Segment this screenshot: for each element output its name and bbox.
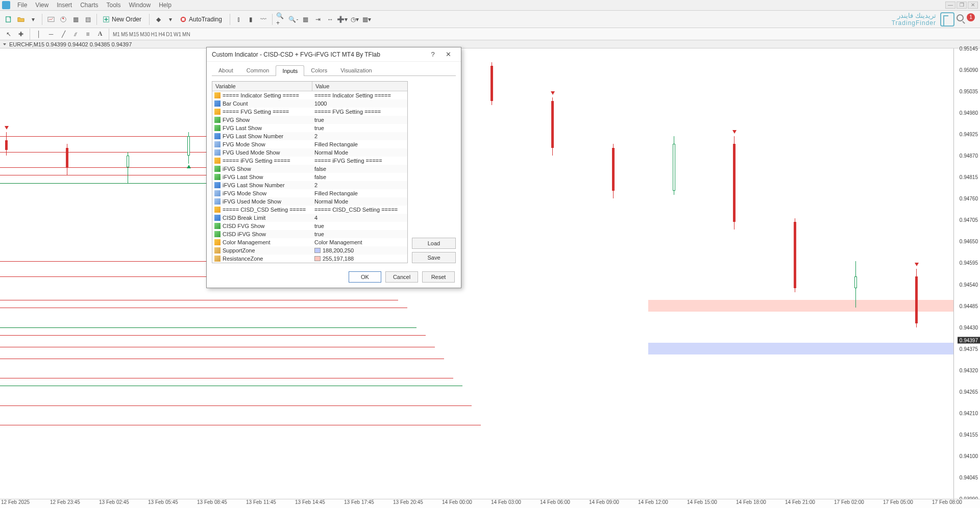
strategy-tester-icon[interactable]: ▤ xyxy=(82,14,93,25)
param-value[interactable]: false xyxy=(314,166,326,172)
market-watch-icon[interactable] xyxy=(45,14,57,25)
dialog-titlebar[interactable]: Custom Indicator - CISD-CSD + FVG-iFVG I… xyxy=(207,47,461,62)
param-value[interactable]: 2 xyxy=(314,133,317,139)
vertical-line-icon[interactable]: │ xyxy=(33,29,44,40)
autotrading-button[interactable]: AutoTrading xyxy=(177,13,227,26)
menu-file[interactable]: File xyxy=(13,1,31,10)
tab-colors[interactable]: Colors xyxy=(304,65,334,75)
metaquotes-icon[interactable]: ◆ xyxy=(153,14,164,25)
param-value[interactable]: ===== Indicator Setting ===== xyxy=(314,92,391,98)
menu-help[interactable]: Help xyxy=(155,1,176,10)
dialog-close-icon[interactable]: ✕ xyxy=(440,48,456,61)
param-value[interactable]: true xyxy=(314,223,324,229)
load-button[interactable]: Load xyxy=(412,238,456,249)
input-row[interactable]: FVG Mode ShowFilled Rectangale xyxy=(212,140,407,148)
candlestick-chart-icon[interactable]: ▮ xyxy=(246,14,257,25)
new-order-button[interactable]: New Order xyxy=(100,13,146,26)
bar-chart-icon[interactable]: ⫿ xyxy=(233,14,244,25)
expert-advisors-icon[interactable]: ▾ xyxy=(165,14,176,25)
param-value[interactable]: 1000 xyxy=(314,100,327,107)
cancel-button[interactable]: Cancel xyxy=(385,271,418,283)
timeframe-m15[interactable]: M15 xyxy=(129,31,139,38)
tab-common[interactable]: Common xyxy=(240,65,276,75)
timeframe-m5[interactable]: M5 xyxy=(120,31,129,38)
menu-charts[interactable]: Charts xyxy=(76,1,102,10)
profiles-icon[interactable]: ▾ xyxy=(28,14,39,25)
input-row[interactable]: iFVG Showfalse xyxy=(212,165,407,173)
trendline-icon[interactable]: ╱ xyxy=(58,29,69,40)
input-row[interactable]: SupportZone188,200,250 xyxy=(212,246,407,255)
terminal-icon[interactable]: ▦ xyxy=(70,14,81,25)
reset-button[interactable]: Reset xyxy=(422,271,455,283)
horizontal-line-icon[interactable]: ─ xyxy=(45,29,57,40)
window-close-button[interactable]: ✕ xyxy=(968,2,978,9)
zoom-in-icon[interactable]: 🔍+ xyxy=(276,14,287,25)
param-value[interactable]: ===== CISD_CSD Setting ===== xyxy=(314,207,398,213)
tab-about[interactable]: About xyxy=(212,65,240,75)
crosshair-icon[interactable]: ✚ xyxy=(15,29,27,40)
input-row[interactable]: FVG Showtrue xyxy=(212,116,407,124)
param-value[interactable]: 188,200,250 xyxy=(323,247,354,253)
param-value[interactable]: 2 xyxy=(314,182,317,188)
input-row[interactable]: ===== iFVG Setting ========== iFVG Setti… xyxy=(212,157,407,165)
periodicity-icon[interactable]: ◷▾ xyxy=(349,14,360,25)
auto-scroll-icon[interactable]: ⇥ xyxy=(312,14,324,25)
input-row[interactable]: FVG Last Showtrue xyxy=(212,124,407,132)
timeframe-d1[interactable]: D1 xyxy=(165,31,173,38)
line-chart-icon[interactable]: 〰 xyxy=(258,14,269,25)
chart-canvas[interactable] xyxy=(0,48,953,499)
fibonacci-icon[interactable]: ≡ xyxy=(82,29,93,40)
indicators-icon[interactable]: ➕▾ xyxy=(337,14,348,25)
param-value[interactable]: true xyxy=(314,231,324,237)
input-row[interactable]: Bar Count1000 xyxy=(212,99,407,108)
menu-tools[interactable]: Tools xyxy=(103,1,125,10)
timeframe-h4[interactable]: H4 xyxy=(158,31,166,38)
input-row[interactable]: iFVG Mode ShowFilled Rectangale xyxy=(212,189,407,197)
timeframe-mn[interactable]: MN xyxy=(182,31,191,38)
chart-shift-icon[interactable]: ↔ xyxy=(325,14,336,25)
menu-window[interactable]: Window xyxy=(125,1,155,10)
param-value[interactable]: ===== FVG Setting ===== xyxy=(314,109,381,115)
param-value[interactable]: 4 xyxy=(314,215,317,221)
search-icon[interactable] xyxy=(957,14,964,21)
timeframe-h1[interactable]: H1 xyxy=(151,31,158,38)
save-button[interactable]: Save xyxy=(412,252,456,263)
param-value[interactable]: Color Management xyxy=(314,239,362,245)
param-value[interactable]: Filled Rectangale xyxy=(314,141,358,147)
param-value[interactable]: Filled Rectangale xyxy=(314,190,358,196)
dialog-help-icon[interactable]: ? xyxy=(425,48,440,61)
window-restore-button[interactable]: ❐ xyxy=(957,2,967,9)
chart-area[interactable]: 0.951450.950900.950350.949800.949250.948… xyxy=(0,48,980,499)
navigator-icon[interactable] xyxy=(58,14,69,25)
new-chart-icon[interactable] xyxy=(3,14,14,25)
input-row[interactable]: CISD Break Limit4 xyxy=(212,214,407,222)
input-row[interactable]: ResistanceZone255,197,188 xyxy=(212,255,407,263)
templates-icon[interactable]: ▦▾ xyxy=(361,14,373,25)
param-value[interactable]: 255,197,188 xyxy=(323,256,354,262)
cursor-icon[interactable]: ↖ xyxy=(3,29,14,40)
param-value[interactable]: Normal Mode xyxy=(314,149,348,156)
input-row[interactable]: Color ManagementColor Management xyxy=(212,238,407,246)
notification-badge[interactable]: 1 xyxy=(967,13,975,21)
tab-inputs[interactable]: Inputs xyxy=(276,65,304,76)
text-label-icon[interactable]: A xyxy=(94,29,106,40)
input-row[interactable]: ===== CISD_CSD Setting ========== CISD_C… xyxy=(212,206,407,214)
inputs-table[interactable]: Variable Value ===== Indicator Setting =… xyxy=(212,81,408,263)
input-row[interactable]: iFVG Used Mode ShowNormal Mode xyxy=(212,197,407,206)
timeframe-w1[interactable]: W1 xyxy=(173,31,182,38)
tab-visualization[interactable]: Visualization xyxy=(334,65,379,75)
equidistant-channel-icon[interactable]: ⫽ xyxy=(70,29,81,40)
input-row[interactable]: FVG Last Show Number2 xyxy=(212,132,407,140)
param-value[interactable]: false xyxy=(314,174,326,180)
param-value[interactable]: Normal Mode xyxy=(314,198,348,205)
window-minimize-button[interactable]: — xyxy=(945,2,955,9)
tile-windows-icon[interactable]: ▦ xyxy=(300,14,311,25)
column-header-variable[interactable]: Variable xyxy=(212,82,312,91)
input-row[interactable]: iFVG Last Showfalse xyxy=(212,173,407,181)
input-row[interactable]: ===== Indicator Setting ========== Indic… xyxy=(212,91,407,99)
timeframe-m30[interactable]: M30 xyxy=(139,31,150,38)
open-icon[interactable] xyxy=(15,14,27,25)
param-value[interactable]: true xyxy=(314,125,324,131)
input-row[interactable]: FVG Used Mode ShowNormal Mode xyxy=(212,148,407,157)
param-value[interactable]: ===== iFVG Setting ===== xyxy=(314,158,382,164)
